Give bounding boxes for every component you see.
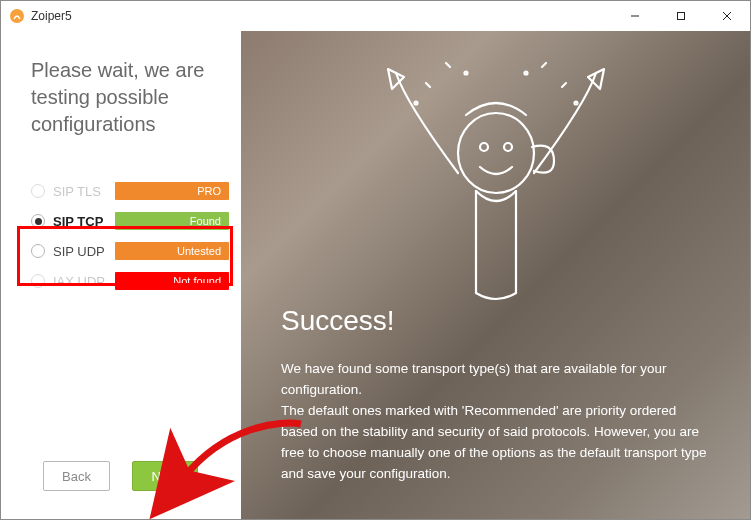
svg-point-6 bbox=[480, 143, 488, 151]
success-illustration bbox=[241, 43, 750, 323]
page-heading: Please wait, we are testing possible con… bbox=[31, 57, 229, 138]
radio-sip-tls bbox=[31, 184, 45, 198]
back-button[interactable]: Back bbox=[43, 461, 110, 491]
right-pane: Success! We have found some transport ty… bbox=[241, 31, 750, 519]
config-list: SIP TLS PRO SIP TCP Found SIP UDP Untest… bbox=[31, 178, 229, 298]
left-pane: Please wait, we are testing possible con… bbox=[1, 31, 241, 519]
window-controls bbox=[612, 1, 750, 31]
app-window: Zoiper5 Please wait, we are testing poss… bbox=[0, 0, 751, 520]
config-label: IAX UDP bbox=[53, 274, 115, 289]
status-badge: PRO bbox=[115, 182, 229, 200]
config-row-iax-udp: IAX UDP Not found bbox=[31, 268, 229, 294]
minimize-button[interactable] bbox=[612, 1, 658, 31]
config-label: SIP UDP bbox=[53, 244, 115, 259]
maximize-button[interactable] bbox=[658, 1, 704, 31]
next-button[interactable]: Next bbox=[132, 461, 198, 491]
status-badge: Not found bbox=[115, 272, 229, 290]
svg-point-12 bbox=[414, 102, 417, 105]
svg-line-10 bbox=[446, 63, 450, 67]
success-body-line1: We have found some transport type(s) tha… bbox=[281, 361, 666, 397]
config-label: SIP TLS bbox=[53, 184, 115, 199]
svg-point-7 bbox=[504, 143, 512, 151]
svg-line-9 bbox=[562, 83, 566, 87]
app-icon bbox=[9, 8, 25, 24]
success-title: Success! bbox=[281, 305, 710, 337]
footer-buttons: Back Next bbox=[31, 461, 229, 501]
svg-rect-2 bbox=[678, 13, 685, 20]
config-row-sip-tcp[interactable]: SIP TCP Found bbox=[31, 208, 229, 234]
status-badge: Found bbox=[115, 212, 229, 230]
svg-point-15 bbox=[524, 72, 527, 75]
config-row-sip-tls: SIP TLS PRO bbox=[31, 178, 229, 204]
titlebar: Zoiper5 bbox=[1, 1, 750, 31]
success-body-line2: The default ones marked with 'Recommende… bbox=[281, 403, 707, 481]
svg-point-5 bbox=[458, 113, 534, 193]
config-label: SIP TCP bbox=[53, 214, 115, 229]
config-row-sip-udp[interactable]: SIP UDP Untested bbox=[31, 238, 229, 264]
radio-sip-tcp[interactable] bbox=[31, 214, 45, 228]
window-title: Zoiper5 bbox=[31, 9, 72, 23]
close-button[interactable] bbox=[704, 1, 750, 31]
content: Please wait, we are testing possible con… bbox=[1, 31, 750, 519]
success-body: We have found some transport type(s) tha… bbox=[281, 359, 710, 485]
svg-point-13 bbox=[574, 102, 577, 105]
radio-iax-udp bbox=[31, 274, 45, 288]
radio-sip-udp[interactable] bbox=[31, 244, 45, 258]
svg-point-14 bbox=[464, 72, 467, 75]
svg-line-8 bbox=[426, 83, 430, 87]
svg-line-11 bbox=[542, 63, 546, 67]
status-badge: Untested bbox=[115, 242, 229, 260]
